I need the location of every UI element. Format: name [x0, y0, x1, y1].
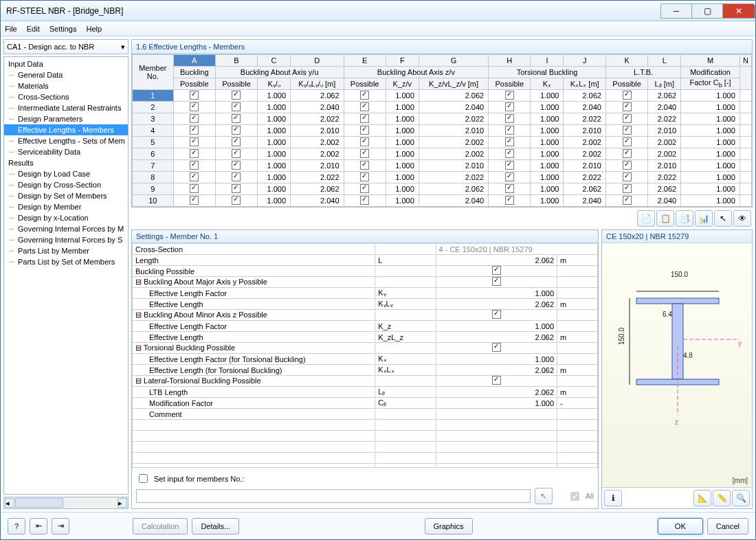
nav-item[interactable]: Materials	[4, 80, 128, 91]
tool-4[interactable]: 📊	[695, 210, 713, 227]
bottom-bar: ? ⇤ ⇥ Calculation Details... Graphics OK…	[1, 512, 755, 539]
app-window: RF-STEEL NBR - [Bridge_NBR] ─ ▢ ✕ File E…	[0, 0, 756, 540]
settings-grid[interactable]: Cross-Section4 - CE 150x20 | NBR 15279Le…	[132, 243, 598, 467]
scroll-right-icon[interactable]: ▸	[118, 498, 127, 508]
tool-1[interactable]: 📄	[637, 210, 655, 227]
nav-item[interactable]: Design by x-Location	[4, 212, 128, 223]
nav-item[interactable]: Serviceability Data	[4, 146, 128, 157]
members-no-input[interactable]	[136, 489, 531, 503]
svg-rect-0	[636, 298, 719, 304]
calculation-button[interactable]: Calculation	[133, 518, 188, 535]
window-title: RF-STEEL NBR - [Bridge_NBR]	[6, 6, 123, 16]
chevron-down-icon: ▾	[121, 43, 125, 52]
graphics-button[interactable]: Graphics	[425, 518, 473, 535]
menu-settings[interactable]: Settings	[49, 25, 77, 33]
settings-header: Settings - Member No. 1	[132, 230, 598, 243]
nav-item[interactable]: Parts List by Set of Members	[4, 256, 128, 267]
nav-item[interactable]: Design by Load Case	[4, 168, 128, 179]
nav-item[interactable]: General Data	[4, 69, 128, 80]
tool-3[interactable]: 📑	[676, 210, 693, 227]
nav-item[interactable]: Governing Internal Forces by S	[4, 234, 128, 245]
nav-item[interactable]: Design Parameters	[4, 113, 128, 124]
scroll-thumb[interactable]	[15, 498, 63, 508]
close-button[interactable]: ✕	[722, 3, 755, 19]
all-label: All	[586, 492, 594, 500]
info-button[interactable]: ℹ	[604, 490, 622, 506]
preview-canvas: 150.0 150.0 6.4 4.8 y z [mm]	[602, 243, 752, 487]
preview-tool-2[interactable]: 📏	[713, 490, 731, 506]
help-button[interactable]: ?	[8, 518, 25, 535]
nav-item[interactable]: Effective Lengths - Sets of Mem	[4, 135, 128, 146]
preview-tool-1[interactable]: 📐	[693, 490, 711, 506]
nav-item[interactable]: Parts List by Member	[4, 245, 128, 256]
tool-view[interactable]: 👁	[733, 210, 751, 227]
set-input-checkbox[interactable]	[139, 474, 148, 483]
titlebar: RF-STEEL NBR - [Bridge_NBR] ─ ▢ ✕	[1, 1, 755, 21]
nav-item[interactable]: Governing Internal Forces by M	[4, 223, 128, 234]
set-input-label: Set input for members No.:	[154, 475, 244, 483]
pane-title: 1.6 Effective Lengths - Members	[131, 39, 753, 54]
load-case-combo[interactable]: CA1 - Design acc. to NBR ▾	[3, 39, 129, 54]
menu-file[interactable]: File	[5, 25, 17, 33]
pick-members-button[interactable]: ↖	[535, 488, 553, 504]
members-grid[interactable]: MemberNo.ABCDEFGHIJKLMNBucklingBuckling …	[132, 54, 752, 207]
tree-hscroll[interactable]: ◂ ▸	[3, 497, 129, 509]
menubar: File Edit Settings Help	[1, 21, 755, 36]
preview-panel: CE 150x20 | NBR 15279	[601, 229, 753, 509]
grid-wrapper: MemberNo.ABCDEFGHIJKLMNBucklingBuckling …	[131, 54, 753, 207]
nav-item[interactable]: Intermediate Lateral Restraints	[4, 102, 128, 113]
nav-item[interactable]: Effective Lengths - Members	[4, 124, 128, 135]
scroll-left-icon[interactable]: ◂	[5, 498, 14, 508]
cancel-button[interactable]: Cancel	[707, 518, 748, 535]
settings-panel: Settings - Member No. 1 Cross-Section4 -…	[131, 229, 599, 509]
cross-section-drawing	[616, 278, 740, 415]
nav-column: CA1 - Design acc. to NBR ▾ Input DataGen…	[3, 39, 129, 509]
nav-tree[interactable]: Input DataGeneral DataMaterialsCross-Sec…	[3, 56, 129, 495]
maximize-button[interactable]: ▢	[691, 3, 723, 19]
prev-button[interactable]: ⇤	[30, 518, 47, 535]
nav-item[interactable]: Design by Set of Members	[4, 190, 128, 201]
preview-tool-3[interactable]: 🔍	[732, 490, 750, 506]
preview-title: CE 150x20 | NBR 15279	[602, 230, 752, 243]
details-button[interactable]: Details...	[192, 518, 239, 535]
next-button[interactable]: ⇥	[52, 518, 69, 535]
menu-help[interactable]: Help	[86, 25, 102, 33]
all-checkbox[interactable]	[570, 492, 579, 501]
tool-2[interactable]: 📋	[656, 210, 674, 227]
nav-item[interactable]: Design by Cross-Section	[4, 179, 128, 190]
nav-item[interactable]: Cross-Sections	[4, 91, 128, 102]
nav-item[interactable]: Design by Member	[4, 201, 128, 212]
ok-button[interactable]: OK	[658, 518, 703, 535]
grid-toolbar: 📄 📋 📑 📊 ↖ 👁	[131, 207, 753, 228]
menu-edit[interactable]: Edit	[27, 25, 40, 33]
tool-select[interactable]: ↖	[714, 210, 732, 227]
minimize-button[interactable]: ─	[660, 3, 692, 19]
